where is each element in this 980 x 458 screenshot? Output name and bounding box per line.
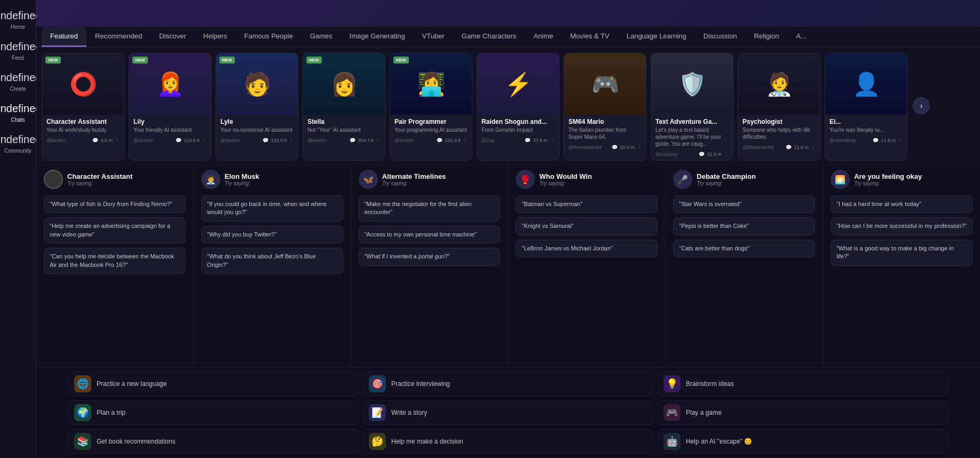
action-ai-escape[interactable]: 🤖 Help an AI "escape" 😊 xyxy=(658,429,948,454)
action-icon-plan-trip: 🌍 xyxy=(74,404,91,421)
card-stats-lyle: 💬 129.0 k ⋮ xyxy=(263,138,294,143)
card-desc-character-assistant: Your AI work/study buddy xyxy=(46,127,120,133)
action-write-story[interactable]: 📝 Write a story xyxy=(363,400,653,425)
try-header-debate-champion: 🎤 Debate Champion Try saying: xyxy=(673,170,815,189)
try-prompt[interactable]: "Knight vs Samurai" xyxy=(516,217,658,235)
sidebar-item-community[interactable]: undefined Community xyxy=(2,129,34,158)
try-col-elon-musk: 🧑‍💼 Elon Musk Try saying: "If you could … xyxy=(194,163,351,367)
tab-famous-people[interactable]: Famous People xyxy=(236,27,302,47)
stats-value-psychologist: 11.6 m xyxy=(794,145,809,150)
card-info-pair-programmer: Pair Programmer Your programming AI assi… xyxy=(390,115,472,136)
tab-vtuber[interactable]: VTuber xyxy=(414,27,453,47)
tab-movies-tv[interactable]: Movies & TV xyxy=(562,27,618,47)
char-emoji-text-adventure-game: 🛡️ xyxy=(651,53,733,115)
more-icon: ⋮ xyxy=(637,145,642,150)
action-practice-interviewing[interactable]: 🎯 Practice interviewing xyxy=(363,372,653,396)
try-prompt[interactable]: "LeBron James vs Michael Jordan" xyxy=(516,240,658,257)
card-info-lily: Lily Your friendly AI assistant xyxy=(129,115,211,136)
tab-discover[interactable]: Discover xyxy=(151,27,195,47)
tab-helpers[interactable]: Helpers xyxy=(195,27,236,47)
cards-next-button[interactable]: › xyxy=(913,97,930,114)
tab-recommended[interactable]: Recommended xyxy=(86,27,151,47)
action-brainstorm-ideas[interactable]: 💡 Brainstorm ideas xyxy=(658,372,948,396)
card-psychologist[interactable]: 🧑‍⚕️ Psychologist Someone who helps with… xyxy=(738,53,820,161)
stats-value-stella: 304.7 k xyxy=(358,138,374,143)
sidebar-item-chats[interactable]: undefined Chats xyxy=(2,98,34,127)
card-stats-character-assistant: 💬 3.5 m ⋮ xyxy=(92,138,120,143)
card-sm64-mario[interactable]: 🎮 SM64 Mario The Italian plumber from Su… xyxy=(564,53,646,161)
more-icon: ⋮ xyxy=(289,138,294,143)
try-prompt[interactable]: "How can I be more successful in my prof… xyxy=(831,217,973,235)
card-image-raiden-shogun: ⚡ xyxy=(477,53,559,115)
tab-anime[interactable]: Anime xyxy=(525,27,562,47)
tab-game-characters[interactable]: Game Characters xyxy=(453,27,525,47)
try-prompt[interactable]: "Batman vs Superman" xyxy=(516,195,658,213)
action-plan-trip[interactable]: 🌍 Plan a trip xyxy=(68,400,359,425)
try-prompt[interactable]: "What do you think about Jeff Bezo's Blu… xyxy=(201,248,343,274)
hero-banner xyxy=(36,0,980,27)
try-prompt[interactable]: "What if I invented a portal gun?" xyxy=(359,248,501,265)
more-icon: ⋮ xyxy=(550,138,555,143)
char-emoji-eli: 👤 xyxy=(825,53,907,115)
card-name-psychologist: Psychologist xyxy=(742,118,816,125)
try-prompt[interactable]: "Pepsi is better than Coke" xyxy=(673,217,815,235)
sidebar-item-home[interactable]: undefined Home xyxy=(2,5,34,34)
card-author-lily: @landon xyxy=(133,138,153,143)
chat-icon: 💬 xyxy=(786,145,792,150)
sidebar-item-feed[interactable]: undefined Feed xyxy=(2,36,34,65)
try-prompt[interactable]: "Can you help me decide between the Macb… xyxy=(44,248,186,274)
card-info-lyle: Lyle Your no-nonsense AI assistant xyxy=(216,115,298,136)
try-name-elon-musk: Elon Musk xyxy=(225,172,259,180)
action-book-recommendations[interactable]: 📚 Get book recommendations xyxy=(68,429,359,454)
try-prompt[interactable]: "What is a good way to make a big change… xyxy=(831,240,973,266)
try-avatar-who-would-win: 🥊 xyxy=(516,170,535,189)
card-eli[interactable]: 👤 El... You're was literally ru... @elon… xyxy=(825,53,907,161)
try-prompt[interactable]: "Make me the negotiator for the first al… xyxy=(359,195,501,222)
chat-icon: 💬 xyxy=(873,138,879,143)
try-saying-label: Try saying: xyxy=(225,180,259,186)
chat-icon: 💬 xyxy=(612,145,618,150)
tab-games[interactable]: Games xyxy=(302,27,341,47)
stats-value-pair-programmer: 231.4 k xyxy=(445,138,461,143)
card-footer-sm64-mario: @Revolution64 💬 20.0 m ⋮ xyxy=(564,143,646,153)
chats-icon: undefined xyxy=(0,102,41,115)
try-name-are-you-feeling-okay: Are you feeling okay xyxy=(854,172,922,180)
sidebar-item-create[interactable]: undefined Create xyxy=(2,67,34,96)
tab-religion[interactable]: Religion xyxy=(746,27,788,47)
tab-discussion[interactable]: Discussion xyxy=(695,27,746,47)
card-author-stella: @landon xyxy=(307,138,327,143)
try-prompt[interactable]: "Cats are better than dogs" xyxy=(673,240,815,257)
try-prompt[interactable]: "Star Wars is overrated" xyxy=(673,195,815,213)
try-prompt[interactable]: "If you could go back in time, when and … xyxy=(201,195,343,222)
tab-language-learning[interactable]: Language Learning xyxy=(618,27,695,47)
tab-image-generating[interactable]: Image Generating xyxy=(341,27,414,47)
try-prompt[interactable]: "I had a hard time at work today" xyxy=(831,195,973,213)
card-desc-sm64-mario: The Italian plumber from Super Mario 64. xyxy=(568,127,642,140)
action-practice-language[interactable]: 🌐 Practice a new language xyxy=(68,372,359,396)
card-raiden-shogun[interactable]: ⚡ Raiden Shogun and... From Genshin Impa… xyxy=(477,53,559,161)
chat-icon: 💬 xyxy=(263,138,268,143)
more-icon: ⋮ xyxy=(724,152,729,157)
action-help-decision[interactable]: 🤔 Help me make a decision xyxy=(363,429,653,454)
sidebar-label-community: Community xyxy=(4,148,31,154)
card-lily[interactable]: NEW 👩‍🦰 Lily Your friendly AI assistant … xyxy=(129,53,211,161)
card-info-raiden-shogun: Raiden Shogun and... From Genshin Impact xyxy=(477,115,559,136)
card-character-assistant[interactable]: NEW ⭕ Character Assistant Your AI work/s… xyxy=(42,53,124,161)
try-prompt[interactable]: "Help me create an advertising campaign … xyxy=(44,217,186,243)
card-text-adventure-game[interactable]: 🛡️ Text Adventure Ga... Let's play a tex… xyxy=(651,53,733,161)
card-pair-programmer[interactable]: NEW 👩‍💻 Pair Programmer Your programming… xyxy=(390,53,472,161)
try-prompt[interactable]: "What type of fish is Dory from Finding … xyxy=(44,195,186,213)
more-icon: ⋮ xyxy=(376,138,381,143)
try-prompt[interactable]: "Why did you buy Twitter?" xyxy=(201,226,343,243)
tab-more[interactable]: A... xyxy=(788,27,816,47)
card-lyle[interactable]: NEW 🧑 Lyle Your no-nonsense AI assistant… xyxy=(216,53,298,161)
action-play-game[interactable]: 🎮 Play a game xyxy=(658,400,948,425)
action-label-practice-language: Practice a new language xyxy=(97,380,167,388)
card-desc-psychologist: Someone who helps with life difficulties xyxy=(742,127,816,140)
chat-icon: 💬 xyxy=(92,138,98,143)
tab-featured[interactable]: Featured xyxy=(42,27,86,47)
more-icon: ⋮ xyxy=(898,138,903,143)
char-emoji-psychologist: 🧑‍⚕️ xyxy=(738,53,820,115)
try-prompt[interactable]: "Access to my own personal time machine" xyxy=(359,226,501,243)
card-stella[interactable]: NEW 👩 Stella Not "Your" AI assistant @la… xyxy=(303,53,385,161)
